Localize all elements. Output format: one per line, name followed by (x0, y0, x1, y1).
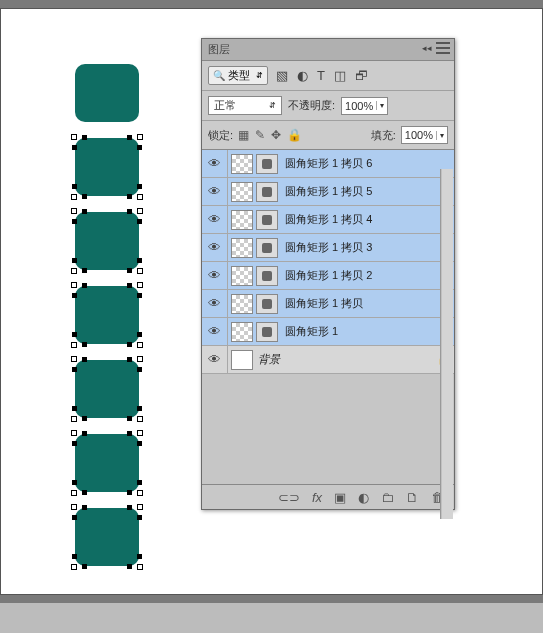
anchor-icon[interactable] (127, 357, 132, 362)
fill-input[interactable]: 100% ▾ (401, 126, 448, 144)
handle-icon[interactable] (71, 134, 77, 140)
vector-mask-thumbnail[interactable] (256, 182, 278, 202)
anchor-icon[interactable] (82, 357, 87, 362)
rounded-rect-4[interactable] (75, 286, 139, 344)
adjustment-layer-icon[interactable]: ◐ (358, 490, 369, 505)
layer-row[interactable]: 👁 圆角矩形 1 拷贝 6 (202, 150, 454, 178)
anchor-icon[interactable] (127, 135, 132, 140)
anchor-icon[interactable] (82, 268, 87, 273)
handle-icon[interactable] (137, 356, 143, 362)
handle-icon[interactable] (71, 430, 77, 436)
anchor-icon[interactable] (72, 480, 77, 485)
anchor-icon[interactable] (127, 209, 132, 214)
anchor-icon[interactable] (127, 268, 132, 273)
visibility-toggle[interactable]: 👁 (202, 318, 228, 345)
visibility-toggle[interactable]: 👁 (202, 234, 228, 261)
layer-row[interactable]: 👁 圆角矩形 1 拷贝 2 (202, 262, 454, 290)
handle-icon[interactable] (71, 342, 77, 348)
layer-name[interactable]: 圆角矩形 1 拷贝 2 (283, 268, 454, 283)
layer-name[interactable]: 圆角矩形 1 拷贝 3 (283, 240, 454, 255)
anchor-icon[interactable] (137, 145, 142, 150)
layer-thumbnail[interactable] (231, 266, 253, 286)
anchor-icon[interactable] (82, 135, 87, 140)
layer-row[interactable]: 👁 圆角矩形 1 拷贝 3 (202, 234, 454, 262)
scrollbar-thumb[interactable] (442, 169, 453, 519)
anchor-icon[interactable] (72, 258, 77, 263)
rounded-rect-6[interactable] (75, 434, 139, 492)
anchor-icon[interactable] (72, 332, 77, 337)
anchor-icon[interactable] (72, 293, 77, 298)
anchor-icon[interactable] (137, 480, 142, 485)
layer-row[interactable]: 👁 圆角矩形 1 拷贝 (202, 290, 454, 318)
anchor-icon[interactable] (72, 184, 77, 189)
layer-name[interactable]: 圆角矩形 1 拷贝 4 (283, 212, 454, 227)
layer-row[interactable]: 👁 圆角矩形 1 (202, 318, 454, 346)
anchor-icon[interactable] (82, 209, 87, 214)
lock-position-icon[interactable]: ✥ (271, 128, 281, 142)
layer-name[interactable]: 圆角矩形 1 (283, 324, 454, 339)
anchor-icon[interactable] (127, 431, 132, 436)
anchor-icon[interactable] (72, 145, 77, 150)
layer-row[interactable]: 👁 圆角矩形 1 拷贝 5 (202, 178, 454, 206)
anchor-icon[interactable] (82, 505, 87, 510)
anchor-icon[interactable] (137, 554, 142, 559)
handle-icon[interactable] (71, 416, 77, 422)
layer-name[interactable]: 背景 (256, 352, 434, 367)
anchor-icon[interactable] (137, 293, 142, 298)
anchor-icon[interactable] (137, 332, 142, 337)
anchor-icon[interactable] (72, 441, 77, 446)
layer-thumbnail[interactable] (231, 182, 253, 202)
handle-icon[interactable] (137, 564, 143, 570)
layer-thumbnail[interactable] (231, 210, 253, 230)
visibility-toggle[interactable]: 👁 (202, 346, 228, 373)
blend-mode-select[interactable]: 正常 ⇵ (208, 96, 282, 115)
new-layer-icon[interactable]: 🗋 (406, 490, 419, 505)
anchor-icon[interactable] (127, 416, 132, 421)
layer-row-background[interactable]: 👁 背景 🔒 (202, 346, 454, 374)
rounded-rect-7[interactable] (75, 508, 139, 566)
rounded-rect-1[interactable] (75, 64, 139, 122)
anchor-icon[interactable] (137, 219, 142, 224)
lock-transparency-icon[interactable]: ▦ (238, 128, 249, 142)
layer-thumbnail[interactable] (231, 322, 253, 342)
collapse-icon[interactable]: ◂◂ (422, 43, 432, 53)
anchor-icon[interactable] (127, 564, 132, 569)
filter-smart-icon[interactable]: 🗗 (355, 68, 368, 83)
anchor-icon[interactable] (82, 194, 87, 199)
handle-icon[interactable] (71, 564, 77, 570)
rounded-rect-2[interactable] (75, 138, 139, 196)
handle-icon[interactable] (137, 194, 143, 200)
vector-mask-thumbnail[interactable] (256, 238, 278, 258)
anchor-icon[interactable] (127, 194, 132, 199)
layer-name[interactable]: 圆角矩形 1 拷贝 (283, 296, 454, 311)
anchor-icon[interactable] (82, 564, 87, 569)
opacity-input[interactable]: 100% ▾ (341, 97, 388, 115)
handle-icon[interactable] (137, 208, 143, 214)
anchor-icon[interactable] (137, 406, 142, 411)
handle-icon[interactable] (137, 430, 143, 436)
anchor-icon[interactable] (127, 490, 132, 495)
anchor-icon[interactable] (137, 515, 142, 520)
handle-icon[interactable] (137, 504, 143, 510)
handle-icon[interactable] (71, 356, 77, 362)
handle-icon[interactable] (71, 282, 77, 288)
anchor-icon[interactable] (127, 342, 132, 347)
vector-mask-thumbnail[interactable] (256, 266, 278, 286)
handle-icon[interactable] (137, 134, 143, 140)
vector-mask-thumbnail[interactable] (256, 210, 278, 230)
layer-style-icon[interactable]: fx (312, 490, 322, 505)
filter-adjust-icon[interactable]: ◐ (297, 68, 308, 83)
layer-thumbnail[interactable] (231, 350, 253, 370)
anchor-icon[interactable] (82, 416, 87, 421)
panel-header[interactable]: 图层 ◂◂ (202, 39, 454, 61)
handle-icon[interactable] (71, 208, 77, 214)
anchor-icon[interactable] (82, 342, 87, 347)
layer-name[interactable]: 圆角矩形 1 拷贝 5 (283, 184, 454, 199)
visibility-toggle[interactable]: 👁 (202, 290, 228, 317)
anchor-icon[interactable] (137, 441, 142, 446)
layer-name[interactable]: 圆角矩形 1 拷贝 6 (283, 156, 454, 171)
filter-kind-select[interactable]: 🔍 类型 ⇵ (208, 66, 268, 85)
filter-pixel-icon[interactable]: ▧ (276, 68, 288, 83)
anchor-icon[interactable] (82, 283, 87, 288)
panel-menu-icon[interactable] (436, 42, 450, 54)
